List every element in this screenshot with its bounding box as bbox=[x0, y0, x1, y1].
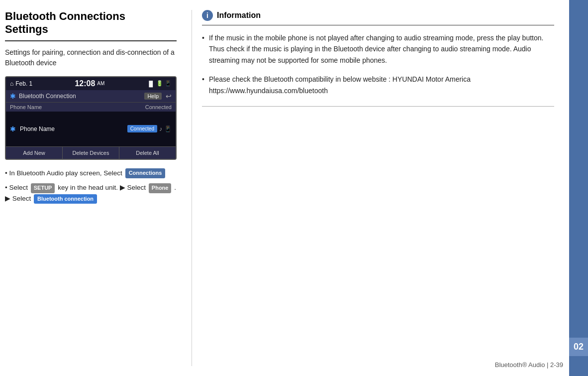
info-header: i Information bbox=[202, 10, 554, 25]
screen-footer: Add New Delete Devices Delete All bbox=[6, 146, 176, 159]
screen-date: ⌂ Feb. 1 bbox=[10, 80, 32, 87]
main-content: Bluetooth Connections Settings Settings … bbox=[0, 0, 569, 376]
screen-time-suffix: AM bbox=[97, 81, 104, 86]
device-name: Phone Name bbox=[20, 125, 127, 132]
bluetooth-icon: ✱ bbox=[10, 92, 16, 100]
instruction-item-1: • In Bluetooth Audio play screen, Select… bbox=[5, 168, 177, 179]
screen-status-icons: ▐▌ 🔋 📱 bbox=[147, 80, 172, 87]
screen-time: 12:08 bbox=[75, 79, 95, 88]
screen-header: ⌂ Feb. 1 12:08 AM ▐▌ 🔋 📱 bbox=[6, 77, 176, 90]
connections-badge: Connections bbox=[125, 168, 166, 178]
info-icon: i bbox=[202, 10, 213, 21]
info-title: Information bbox=[217, 11, 261, 20]
signal-icon: ▐▌ bbox=[147, 81, 155, 87]
phone-small-icon: 📱 bbox=[164, 125, 172, 132]
left-column: Bluetooth Connections Settings Settings … bbox=[5, 10, 177, 366]
screen-device-row: ✱ Phone Name Connected ♪ 📱 bbox=[6, 112, 176, 146]
page-title: Bluetooth Connections Settings bbox=[5, 10, 177, 41]
device-icon: ✱ bbox=[10, 125, 16, 133]
instruction-item-2: • Select SETUP key in the head unit. ▶ S… bbox=[5, 182, 177, 204]
screen-nav-bar: ✱ Bluetooth Connection Help ↩ bbox=[6, 90, 176, 102]
screen-table-header: Phone Name Connected bbox=[6, 102, 176, 112]
delete-all-button[interactable]: Delete All bbox=[119, 147, 176, 159]
screen-mockup: ⌂ Feb. 1 12:08 AM ▐▌ 🔋 📱 ✱ Bluetooth Con… bbox=[5, 76, 177, 160]
description: Settings for pairing, connection and dis… bbox=[5, 47, 177, 68]
page-footer: Bluetooth® Audio | 2-39 bbox=[495, 361, 563, 369]
phone-icon: 📱 bbox=[165, 80, 172, 87]
battery-icon: 🔋 bbox=[156, 80, 163, 87]
info-bullet-2: Please check the Bluetooth compatibility… bbox=[202, 74, 554, 96]
sidebar-tab: 02 bbox=[569, 0, 588, 376]
back-icon[interactable]: ↩ bbox=[166, 92, 172, 100]
setup-badge: SETUP bbox=[31, 183, 55, 193]
device-icons-right: ♪ 📱 bbox=[159, 125, 172, 132]
sidebar-number: 02 bbox=[569, 338, 588, 356]
info-bullet-1: If the music in the mobile phone is not … bbox=[202, 32, 554, 66]
help-button[interactable]: Help bbox=[144, 93, 162, 100]
home-icon: ⌂ bbox=[10, 80, 13, 87]
connected-badge: Connected bbox=[127, 125, 157, 132]
instructions: • In Bluetooth Audio play screen, Select… bbox=[5, 168, 177, 204]
info-divider bbox=[202, 106, 554, 107]
music-icon: ♪ bbox=[159, 125, 162, 132]
bluetooth-connection-badge: Bluetooth connection bbox=[34, 194, 97, 204]
right-column: i Information If the music in the mobile… bbox=[192, 10, 554, 366]
screen-nav-left: ✱ Bluetooth Connection bbox=[10, 92, 76, 100]
add-new-button[interactable]: Add New bbox=[6, 147, 63, 159]
info-bullets: If the music in the mobile phone is not … bbox=[202, 32, 554, 96]
phone-badge: Phone bbox=[149, 183, 172, 193]
delete-devices-button[interactable]: Delete Devices bbox=[63, 147, 119, 159]
